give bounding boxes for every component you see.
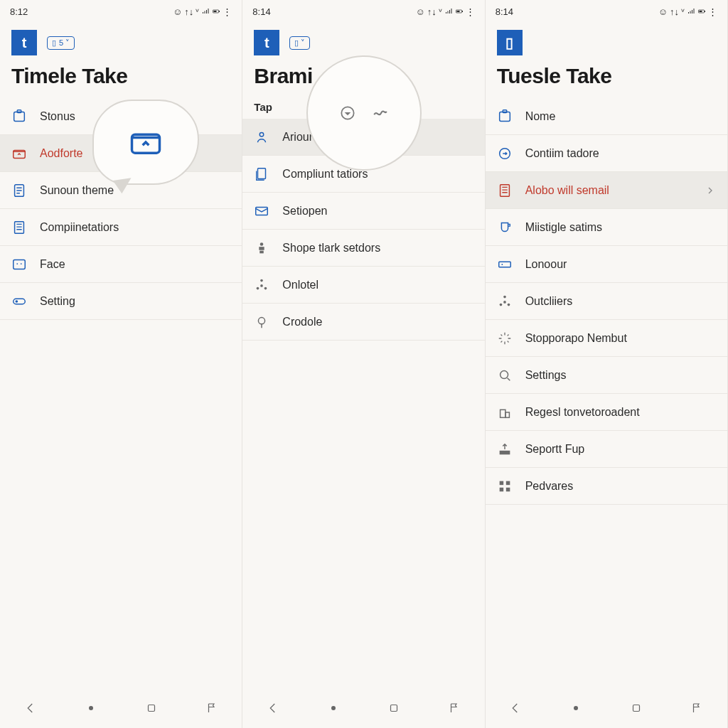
- header: t ▯ ˅: [242, 20, 484, 60]
- grid-icon: [497, 478, 513, 494]
- card-icon: [497, 257, 513, 272]
- app-icon[interactable]: t: [254, 30, 279, 55]
- callout-bubble: [92, 100, 199, 185]
- item-settings[interactable]: Settings: [486, 357, 727, 394]
- status-bar: 8:14 ☺↑↓ᵛ ⋮: [486, 0, 727, 20]
- clock: 8:14: [496, 6, 513, 17]
- chevron-right-icon: [705, 185, 716, 196]
- nav-bar: [486, 691, 727, 728]
- nav-dot[interactable]: [327, 702, 340, 717]
- nav-recent[interactable]: [145, 702, 158, 717]
- nav-flag[interactable]: [690, 702, 703, 717]
- down-circle-icon: [338, 104, 357, 122]
- doc-stack-icon: [254, 166, 269, 182]
- person-icon: [254, 129, 269, 145]
- item-outcliiers[interactable]: Outcliiers: [486, 283, 727, 320]
- circle-arrow-icon: [497, 146, 513, 161]
- upload-icon: [497, 441, 513, 457]
- item-crodole[interactable]: Crodole: [242, 304, 484, 341]
- folder-icon: [11, 146, 27, 161]
- status-bar: 8:14 ☺↑↓ᵛ ⋮: [242, 0, 484, 20]
- scribble-icon: [371, 104, 390, 122]
- shape-icon: [254, 240, 269, 256]
- item-shope[interactable]: Shope tlark setdors: [242, 230, 484, 267]
- item-face[interactable]: Face: [0, 246, 242, 283]
- cup-icon: [497, 220, 513, 235]
- mail-icon: [254, 203, 269, 219]
- doc-lines-icon: [11, 220, 27, 235]
- status-bar: 8:12 ☺↑↓ᵛ ⋮: [0, 0, 242, 20]
- page-title: Timele Take: [0, 60, 242, 98]
- status-icons: ☺↑↓ᵛ ⋮: [658, 6, 717, 17]
- nav-recent[interactable]: [630, 702, 643, 717]
- settings-list: Ariour Compliunt tatiors Setiopen Shope …: [242, 119, 484, 691]
- pin-icon: [254, 314, 269, 330]
- page-title: Tuesle Take: [486, 60, 727, 98]
- item-lonoour[interactable]: Lonoour: [486, 246, 727, 283]
- header: t ▯5 ˅: [0, 20, 242, 60]
- clock: 8:14: [252, 6, 270, 17]
- item-regesl[interactable]: Regesl tonvetoroadent: [486, 394, 727, 431]
- nav-recent[interactable]: [387, 702, 400, 717]
- header-chip[interactable]: ▯ ˅: [289, 36, 310, 50]
- badge-icon: [11, 109, 27, 124]
- item-onlotel[interactable]: Onlotel: [242, 267, 484, 304]
- item-pedvares[interactable]: Pedvares: [486, 468, 727, 505]
- nav-back[interactable]: [267, 702, 279, 717]
- screen-1: 8:12 ☺↑↓ᵛ ⋮ t ▯5 ˅ Timele Take Stonus Ao…: [0, 0, 242, 728]
- nav-back[interactable]: [24, 702, 37, 717]
- item-setting[interactable]: Setting: [0, 283, 242, 320]
- nav-dot[interactable]: [569, 702, 582, 717]
- app-icon[interactable]: ▯: [497, 30, 523, 55]
- settings-list: Nome Contiim tadore Alobo will semail Mi…: [486, 98, 727, 691]
- nodes-icon: [497, 294, 513, 309]
- toggle-icon: [11, 294, 27, 309]
- nav-back[interactable]: [509, 702, 522, 717]
- item-nome[interactable]: Nome: [486, 98, 727, 135]
- nav-flag[interactable]: [205, 702, 218, 717]
- item-alobo[interactable]: Alobo will semail: [486, 172, 727, 209]
- nodes-icon: [254, 277, 269, 293]
- item-miistigle[interactable]: Miistigle satims: [486, 209, 727, 246]
- item-contiim[interactable]: Contiim tadore: [486, 135, 727, 172]
- status-icons: ☺↑↓ᵛ ⋮: [173, 6, 232, 17]
- clock: 8:12: [10, 6, 28, 17]
- nav-flag[interactable]: [448, 702, 461, 717]
- item-setiopen[interactable]: Setiopen: [242, 193, 484, 230]
- doc-lines-icon: [497, 183, 513, 198]
- screen-2: 8:14 ☺↑↓ᵛ ⋮ t ▯ ˅ Brami Tap Ariour Compl…: [242, 0, 485, 728]
- item-seportt[interactable]: Seportt Fup: [486, 431, 727, 468]
- item-compiinetatiors[interactable]: Compiinetatiors: [0, 209, 242, 246]
- search-icon: [497, 368, 513, 383]
- status-icons: ☺↑↓ᵛ ⋮: [415, 6, 474, 17]
- nav-bar: [0, 691, 242, 728]
- doc-icon: [11, 183, 27, 198]
- app-icon[interactable]: t: [11, 30, 37, 55]
- spark-icon: [497, 331, 513, 346]
- header-chip[interactable]: ▯5 ˅: [47, 36, 75, 50]
- face-icon: [11, 257, 27, 272]
- screen-3: 8:14 ☺↑↓ᵛ ⋮ ▯ Tuesle Take Nome Contiim t…: [486, 0, 728, 728]
- magnifier-bubble: [306, 55, 422, 171]
- badge-icon: [497, 109, 513, 124]
- nav-dot[interactable]: [85, 702, 97, 717]
- header: ▯: [486, 20, 727, 60]
- nav-bar: [242, 691, 484, 728]
- building-icon: [497, 405, 513, 420]
- item-stopporapo[interactable]: Stopporapo Nembut: [486, 320, 727, 357]
